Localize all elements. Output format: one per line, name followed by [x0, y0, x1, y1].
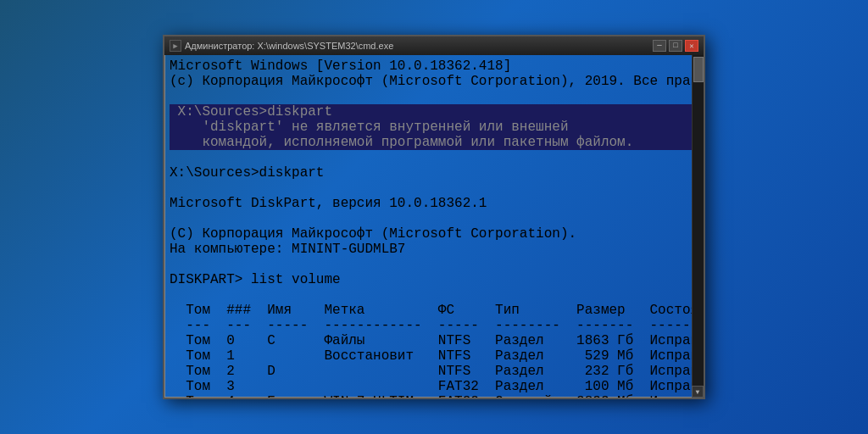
scrollbar-thumb[interactable] — [693, 57, 704, 82]
titlebar: ▶ Администратор: X:\windows\SYSTEM32\cmd… — [164, 36, 704, 55]
line8: X:\Sources>diskpart — [170, 165, 698, 181]
line10: Microsoft DiskPart, версия 10.0.18362.1 — [170, 196, 698, 211]
line-vol2: Том 2 D NTFS Раздел 232 Гб Исправен — [170, 364, 698, 379]
terminal-body[interactable]: Microsoft Windows [Version 10.0.18362.41… — [164, 55, 704, 398]
window-title: Администратор: X:\windows\SYSTEM32\cmd.e… — [185, 41, 653, 51]
line15: DISKPART> list volume — [170, 272, 698, 287]
line-divider: --- --- ----- ------------ ----- -------… — [170, 318, 698, 333]
line7 — [170, 150, 698, 165]
line-vol1: Том 1 Восстановит NTFS Раздел 529 Мб Исп… — [170, 348, 698, 364]
line11 — [170, 211, 698, 226]
line16 — [170, 287, 698, 303]
line-vol4: Том 4 E WIN 7 ULTIM FAT32 Сменный 3833 М… — [170, 394, 698, 398]
terminal-area: Microsoft Windows [Version 10.0.18362.41… — [164, 55, 704, 398]
line-vol0: Том 0 C Файлы NTFS Раздел 1863 Гб Исправ… — [170, 333, 698, 348]
line1: Microsoft Windows [Version 10.0.18362.41… — [170, 58, 698, 74]
line13: На компьютере: MININT-GUDMLB7 — [170, 242, 698, 257]
cmd-icon: ▶ — [170, 40, 181, 52]
line12: (С) Корпорация Майкрософт (Microsoft Cor… — [170, 226, 698, 242]
line6: командой, исполняемой программой или пак… — [170, 135, 698, 150]
line4: X:\Sources>diskpart — [170, 104, 698, 120]
line-vol3: Том 3 FAT32 Раздел 100 Мб Исправен Скрыт… — [170, 379, 698, 394]
line5: 'diskpart' не является внутренней или вн… — [170, 120, 698, 135]
line-header: Том ### Имя Метка ФС Тип Размер Состояни… — [170, 303, 698, 318]
line14 — [170, 257, 698, 272]
line9 — [170, 181, 698, 196]
line2: (c) Корпорация Майкрософт (Microsoft Cor… — [170, 74, 698, 89]
close-button[interactable]: ✕ — [685, 40, 698, 52]
restore-button[interactable]: □ — [669, 40, 682, 52]
scroll-down-arrow[interactable]: ▼ — [692, 386, 704, 398]
line3 — [170, 89, 698, 104]
minimize-button[interactable]: ─ — [653, 40, 666, 52]
window-controls: ─ □ ✕ — [653, 40, 698, 52]
cmd-window: ▶ Администратор: X:\windows\SYSTEM32\cmd… — [163, 35, 705, 399]
desktop: ▶ Администратор: X:\windows\SYSTEM32\cmd… — [0, 0, 868, 434]
scrollbar[interactable]: ▼ — [692, 55, 704, 398]
